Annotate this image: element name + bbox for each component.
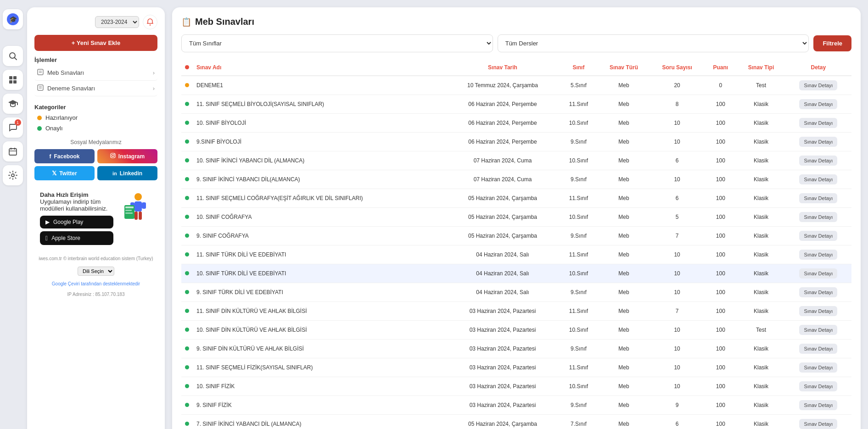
subject-filter[interactable]: Tüm Dersler	[498, 34, 809, 52]
facebook-button[interactable]: f Facebook	[34, 149, 95, 163]
grid-icon-btn[interactable]	[3, 70, 23, 90]
apple-store-label: Apple Store	[51, 235, 80, 241]
row-date: 03 Haziran 2024, Pazartesi	[446, 358, 559, 377]
chat-icon-btn[interactable]: 1	[3, 117, 23, 138]
row-type: Meb	[598, 396, 650, 415]
detail-button[interactable]: Sınav Detayı	[799, 156, 837, 166]
row-type: Meb	[598, 170, 650, 189]
detail-button[interactable]: Sınav Detayı	[799, 268, 837, 279]
filter-button[interactable]: Filtrele	[813, 35, 851, 51]
status-dot	[185, 102, 189, 106]
row-detail: Sınav Detayı	[785, 264, 851, 283]
table-row: 11. SINIF SEÇMELİ BİYOLOJİ(SAYISAL SINIF…	[181, 95, 851, 114]
detail-button[interactable]: Sınav Detayı	[799, 325, 837, 335]
detail-button[interactable]: Sınav Detayı	[799, 362, 837, 373]
google-play-button[interactable]: ▶ Google Play	[40, 216, 113, 228]
row-exam-type: Klasik	[737, 189, 785, 208]
row-status	[181, 189, 193, 208]
detail-button[interactable]: Sınav Detayı	[799, 306, 837, 316]
detail-button[interactable]: Sınav Detayı	[799, 400, 837, 410]
social-section: Sosyal Medyalarımız f Facebook Instagram…	[34, 139, 157, 180]
detail-button[interactable]: Sınav Detayı	[799, 80, 837, 90]
row-status	[181, 358, 193, 377]
calendar-icon-btn[interactable]	[3, 141, 23, 162]
detail-button[interactable]: Sınav Detayı	[799, 231, 837, 241]
detail-button[interactable]: Sınav Detayı	[799, 174, 837, 184]
meb-icon	[37, 69, 44, 77]
detail-button[interactable]: Sınav Detayı	[799, 381, 837, 391]
svg-marker-8	[8, 100, 17, 105]
row-status	[181, 133, 193, 151]
table-row: 10. SINIF FİZİK 03 Haziran 2024, Pazarte…	[181, 377, 851, 396]
row-detail: Sınav Detayı	[785, 396, 851, 415]
row-questions: 10	[650, 340, 705, 358]
row-exam-type: Klasik	[737, 245, 785, 264]
row-exam-type: Klasik	[737, 340, 785, 358]
row-detail: Sınav Detayı	[785, 114, 851, 133]
row-points: 100	[704, 189, 737, 208]
row-points: 100	[704, 170, 737, 189]
row-type: Meb	[598, 321, 650, 340]
detail-button[interactable]: Sınav Detayı	[799, 118, 837, 128]
row-detail: Sınav Detayı	[785, 189, 851, 208]
settings-icon-btn[interactable]	[3, 165, 23, 185]
row-class: 10.Sınıf	[560, 264, 598, 283]
row-questions: 7	[650, 302, 705, 321]
th-questions: Soru Sayısı	[650, 60, 705, 76]
row-status	[181, 151, 193, 170]
year-select[interactable]: 2023-2024	[95, 16, 139, 28]
row-class: 11.Sınıf	[560, 245, 598, 264]
detail-button[interactable]: Sınav Detayı	[799, 193, 837, 203]
row-questions: 8	[650, 95, 705, 114]
table-row: 11. SINIF DİN KÜLTÜRÜ VE AHLAK BİLGİSİ 0…	[181, 302, 851, 321]
store-buttons: ▶ Google Play  Apple Store	[40, 216, 114, 245]
detail-button[interactable]: Sınav Detayı	[799, 287, 837, 297]
row-questions: 10	[650, 358, 705, 377]
detail-button[interactable]: Sınav Detayı	[799, 212, 837, 222]
th-points: Puanı	[704, 60, 737, 76]
row-date: 07 Haziran 2024, Cuma	[446, 170, 559, 189]
row-points: 0	[704, 76, 737, 95]
menu-item-deneme-sinavlari[interactable]: Deneme Sınavları ›	[34, 81, 157, 96]
row-date: 03 Haziran 2024, Pazartesi	[446, 321, 559, 340]
add-exam-button[interactable]: + Yeni Sınav Ekle	[34, 35, 157, 51]
row-exam-type: Test	[737, 321, 785, 340]
instagram-button[interactable]: Instagram	[97, 149, 157, 163]
table-row: 11. SINIF SEÇMELİ COĞRAFYA(EŞİT AĞIRLIK …	[181, 189, 851, 208]
row-points: 100	[704, 302, 737, 321]
row-status	[181, 377, 193, 396]
detail-button[interactable]: Sınav Detayı	[799, 250, 837, 260]
language-select[interactable]: Dili Seçin	[78, 267, 114, 276]
status-dot	[185, 403, 189, 407]
twitter-button[interactable]: 𝕏 Twitter	[34, 166, 95, 180]
notification-bell[interactable]	[143, 15, 157, 29]
row-exam-type: Klasik	[737, 114, 785, 133]
graduation-icon-btn[interactable]	[3, 94, 23, 114]
row-detail: Sınav Detayı	[785, 151, 851, 170]
row-class: 9.Sınıf	[560, 283, 598, 302]
row-name: 9. SINIF FİZİK	[193, 396, 446, 415]
deneme-icon	[37, 84, 44, 92]
row-status	[181, 396, 193, 415]
twitter-label: Twitter	[59, 170, 77, 177]
row-points: 100	[704, 358, 737, 377]
apple-store-button[interactable]:  Apple Store	[40, 231, 113, 245]
detail-button[interactable]: Sınav Detayı	[799, 99, 837, 109]
svg-rect-34	[125, 212, 133, 214]
status-dot	[185, 290, 189, 294]
svg-rect-7	[13, 80, 17, 84]
row-name: 11. SINIF DİN KÜLTÜRÜ VE AHLAK BİLGİSİ	[193, 302, 446, 321]
menu-item-meb-sinavlari[interactable]: Meb Sınavları ›	[34, 65, 157, 81]
row-status	[181, 95, 193, 114]
linkedin-button[interactable]: in Linkedin	[97, 166, 157, 180]
th-exam-type-main: Sınav Türü	[598, 60, 650, 76]
logo-btn[interactable]: 🎓	[3, 9, 23, 29]
row-detail: Sınav Detayı	[785, 340, 851, 358]
detail-button[interactable]: Sınav Detayı	[799, 419, 837, 429]
row-class: 10.Sınıf	[560, 321, 598, 340]
row-exam-type: Klasik	[737, 170, 785, 189]
class-filter[interactable]: Tüm Sınıflar	[181, 34, 493, 52]
search-icon-btn[interactable]	[3, 46, 23, 66]
detail-button[interactable]: Sınav Detayı	[799, 137, 837, 147]
detail-button[interactable]: Sınav Detayı	[799, 344, 837, 354]
